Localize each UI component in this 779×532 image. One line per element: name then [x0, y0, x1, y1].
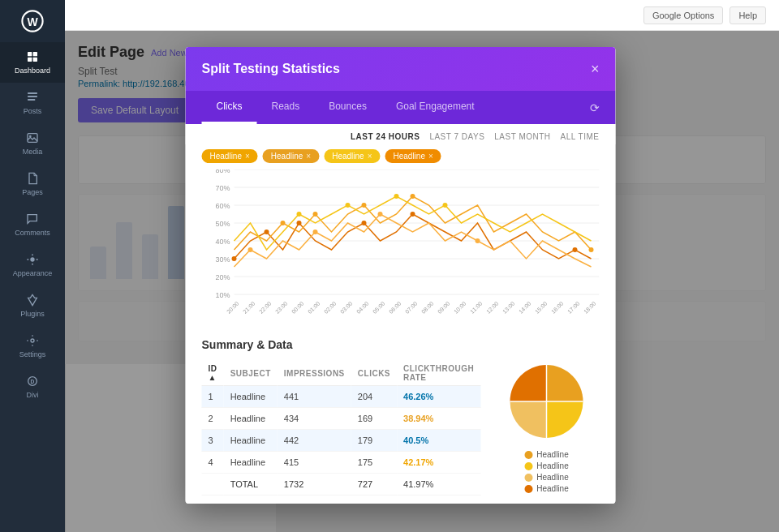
split-testing-modal: Split Testing Statistics × Clicks Reads … [186, 47, 616, 504]
col-impressions: IMPRESSIONS [278, 361, 351, 386]
svg-point-40 [411, 194, 415, 199]
filter-tag-2-remove[interactable]: × [306, 152, 311, 161]
svg-point-35 [411, 212, 415, 217]
svg-text:00:00: 00:00 [291, 300, 304, 314]
svg-text:20%: 20% [215, 273, 230, 281]
tab-bounces[interactable]: Bounces [314, 91, 381, 124]
filter-tag-1-remove[interactable]: × [245, 152, 250, 161]
svg-point-45 [443, 203, 448, 208]
svg-point-38 [313, 212, 318, 217]
svg-text:05:00: 05:00 [372, 300, 385, 314]
wp-logo: W [0, 0, 65, 42]
sidebar-item-comments[interactable]: Comments [0, 204, 65, 245]
row-2-subject: Headline [224, 408, 278, 430]
summary-section: Summary & Data ID ▲ SUBJECT IMPRESSIONS [186, 327, 616, 504]
sidebar-item-dashboard[interactable]: Dashboard [0, 42, 65, 83]
time-range-7d[interactable]: LAST 7 DAYS [429, 132, 484, 141]
total-label: TOTAL [224, 474, 278, 496]
col-id: ID ▲ [202, 361, 224, 386]
row-3-impressions: 442 [278, 430, 351, 452]
modal-body: LAST 24 HOURS LAST 7 DAYS LAST MONTH ALL… [186, 124, 616, 504]
svg-point-48 [378, 212, 383, 217]
row-3-id: 3 [202, 430, 224, 452]
legend-dot-3 [524, 474, 532, 482]
row-3-rate: 40.5% [397, 430, 480, 452]
row-1-id: 1 [202, 386, 224, 408]
svg-point-44 [394, 194, 399, 199]
time-range-month[interactable]: LAST MONTH [494, 132, 550, 141]
svg-text:08:00: 08:00 [420, 300, 434, 314]
row-3-clicks: 179 [351, 430, 397, 452]
svg-point-33 [297, 221, 302, 225]
svg-text:80%: 80% [215, 169, 230, 174]
legend-item-4: Headline [524, 484, 568, 493]
sidebar-item-posts[interactable]: Posts [0, 83, 65, 123]
refresh-icon[interactable]: ⟳ [590, 101, 600, 114]
svg-point-47 [313, 230, 318, 234]
row-1-impressions: 441 [278, 386, 351, 408]
svg-point-11 [30, 257, 34, 261]
legend-item-2: Headline [524, 461, 568, 470]
sidebar-item-divi[interactable]: D Divi [0, 367, 65, 407]
filter-tag-3-remove[interactable]: × [368, 152, 372, 161]
svg-text:60%: 60% [215, 202, 230, 210]
help-button[interactable]: Help [730, 6, 766, 24]
google-options-button[interactable]: Google Options [643, 6, 723, 24]
svg-text:50%: 50% [215, 220, 230, 228]
row-2-impressions: 434 [278, 408, 351, 430]
tab-goal-engagement[interactable]: Goal Engagement [381, 91, 489, 124]
time-range-all[interactable]: ALL TIME [561, 132, 600, 141]
sidebar-item-media[interactable]: Media [0, 123, 65, 164]
filter-tag-4-remove[interactable]: × [428, 152, 433, 161]
sidebar-item-settings[interactable]: Settings [0, 326, 65, 367]
modal-title: Split Testing Statistics [202, 62, 340, 76]
tab-clicks[interactable]: Clicks [202, 91, 257, 124]
sidebar-item-plugins[interactable]: Plugins [0, 285, 65, 326]
svg-text:04:00: 04:00 [355, 300, 369, 314]
svg-rect-5 [33, 58, 37, 62]
legend-item-3: Headline [524, 473, 568, 482]
svg-point-41 [589, 247, 594, 252]
row-3-subject: Headline [224, 430, 278, 452]
modal-tabs: Clicks Reads Bounces Goal Engagement ⟳ [186, 91, 616, 124]
sidebar-item-pages[interactable]: Pages [0, 164, 65, 204]
svg-text:03:00: 03:00 [339, 300, 353, 314]
tab-reads[interactable]: Reads [257, 91, 315, 124]
svg-point-39 [362, 203, 367, 208]
svg-text:12:00: 12:00 [485, 300, 499, 314]
svg-text:09:00: 09:00 [437, 300, 450, 314]
svg-point-42 [297, 212, 302, 217]
svg-point-32 [265, 230, 269, 234]
filter-tag-4: Headline × [385, 149, 441, 163]
svg-text:06:00: 06:00 [388, 300, 402, 314]
sidebar-item-appearance[interactable]: Appearance [0, 245, 65, 285]
modal-close-button[interactable]: × [591, 62, 600, 76]
summary-layout: ID ▲ SUBJECT IMPRESSIONS CLICKS CLICKTHR… [202, 361, 600, 496]
summary-table-wrap: ID ▲ SUBJECT IMPRESSIONS CLICKS CLICKTHR… [202, 361, 481, 496]
svg-point-49 [476, 238, 480, 243]
total-clicks: 727 [351, 474, 397, 496]
modal-header: Split Testing Statistics × [186, 47, 616, 91]
top-bar: Google Options Help [65, 0, 779, 31]
svg-text:02:00: 02:00 [323, 300, 337, 314]
line-chart: 80% 70% 60% 50% 40% 30% 20% 10% [186, 169, 616, 327]
svg-text:17:00: 17:00 [566, 300, 580, 314]
svg-text:70%: 70% [215, 184, 230, 192]
svg-text:15:00: 15:00 [534, 300, 548, 314]
row-4-subject: Headline [224, 452, 278, 474]
main-content: Google Options Help Edit Page Add New Sp… [65, 0, 779, 532]
total-row: TOTAL 1732 727 41.97% [202, 474, 481, 496]
row-1-rate: 46.26% [397, 386, 480, 408]
svg-rect-7 [28, 96, 37, 97]
legend-dot-1 [524, 451, 532, 459]
filter-tags: Headline × Headline × Headline × Headlin… [186, 144, 616, 169]
time-range-24h[interactable]: LAST 24 HOURS [351, 132, 420, 141]
row-4-clicks: 175 [351, 452, 397, 474]
svg-text:11:00: 11:00 [469, 300, 483, 314]
svg-text:40%: 40% [215, 238, 230, 246]
svg-text:20:00: 20:00 [226, 300, 239, 314]
svg-text:30%: 30% [215, 255, 230, 264]
svg-text:01:00: 01:00 [307, 300, 321, 314]
row-2-rate: 38.94% [397, 408, 480, 430]
table-row: 1 Headline 441 204 46.26% [202, 386, 481, 408]
